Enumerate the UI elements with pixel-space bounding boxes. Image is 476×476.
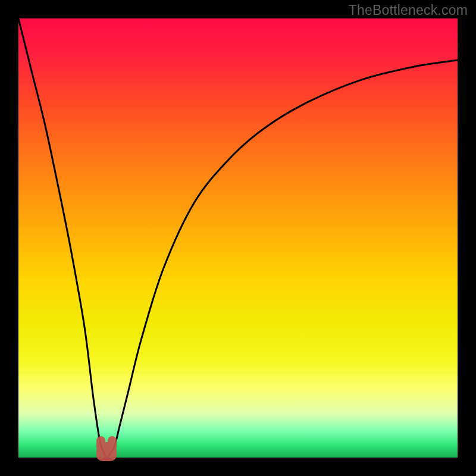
chart-gradient-area — [18, 18, 458, 458]
attribution-label: TheBottleneck.com — [349, 2, 468, 18]
bottleneck-curve-path — [18, 18, 458, 458]
bottleneck-curve-svg — [18, 18, 458, 458]
valley-marker-icon — [96, 442, 117, 461]
